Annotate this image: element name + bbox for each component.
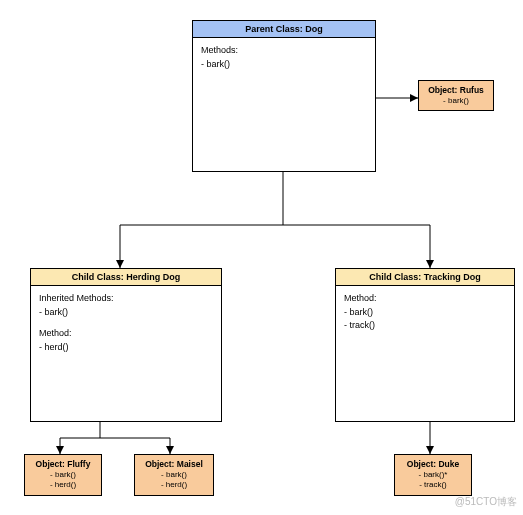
svg-marker-15 — [426, 446, 434, 454]
object-method: - track() — [397, 480, 469, 490]
method-item: - bark() — [201, 58, 367, 72]
parent-class-body: Methods: - bark() — [193, 38, 375, 77]
inherited-methods-label: Inherited Methods: — [39, 292, 213, 306]
svg-marker-11 — [56, 446, 64, 454]
object-title: Object: Maisel — [137, 459, 211, 470]
object-method: - herd() — [137, 480, 211, 490]
object-title: Object: Rufus — [421, 85, 491, 96]
object-method: - bark()* — [397, 470, 469, 480]
parent-class-header: Parent Class: Dog — [193, 21, 375, 38]
tracking-class-header: Child Class: Tracking Dog — [336, 269, 514, 286]
object-maisel: Object: Maisel - bark() - herd() — [134, 454, 214, 496]
object-title: Object: Fluffy — [27, 459, 99, 470]
herding-class-body: Inherited Methods: - bark() Method: - he… — [31, 286, 221, 360]
method-item: - bark() — [39, 306, 213, 320]
watermark: @51CTO博客 — [455, 495, 517, 509]
object-method: - bark() — [137, 470, 211, 480]
methods-label: Methods: — [201, 44, 367, 58]
object-title: Object: Duke — [397, 459, 469, 470]
object-method: - bark() — [27, 470, 99, 480]
herding-class-box: Child Class: Herding Dog Inherited Metho… — [30, 268, 222, 422]
svg-marker-7 — [426, 260, 434, 268]
method-item: - track() — [344, 319, 506, 333]
svg-marker-5 — [116, 260, 124, 268]
tracking-class-box: Child Class: Tracking Dog Method: - bark… — [335, 268, 515, 422]
svg-marker-13 — [166, 446, 174, 454]
method-item: - bark() — [344, 306, 506, 320]
methods-label: Method: — [344, 292, 506, 306]
object-method: - herd() — [27, 480, 99, 490]
object-rufus: Object: Rufus - bark() — [418, 80, 494, 111]
object-fluffy: Object: Fluffy - bark() - herd() — [24, 454, 102, 496]
svg-marker-1 — [410, 94, 418, 102]
method-item: - herd() — [39, 341, 213, 355]
object-duke: Object: Duke - bark()* - track() — [394, 454, 472, 496]
methods-label: Method: — [39, 327, 213, 341]
tracking-class-body: Method: - bark() - track() — [336, 286, 514, 339]
herding-class-header: Child Class: Herding Dog — [31, 269, 221, 286]
parent-class-box: Parent Class: Dog Methods: - bark() — [192, 20, 376, 172]
object-method: - bark() — [421, 96, 491, 106]
